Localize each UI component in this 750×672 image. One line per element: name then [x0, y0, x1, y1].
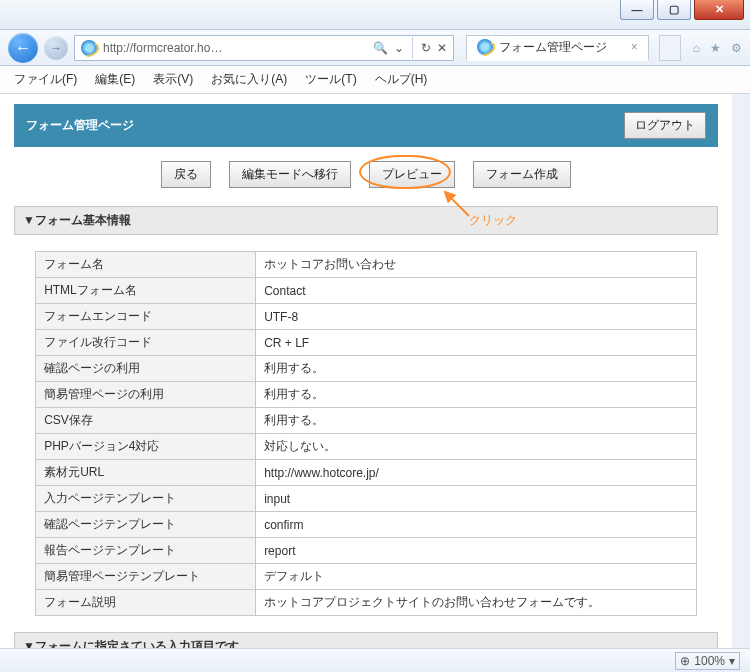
info-key: フォーム名 [36, 252, 256, 278]
ie-icon [477, 39, 493, 55]
info-key: 報告ページテンプレート [36, 538, 256, 564]
tab-close-icon[interactable]: × [631, 40, 638, 54]
menu-favorites[interactable]: お気に入り(A) [211, 71, 287, 88]
info-key: 簡易管理ページの利用 [36, 382, 256, 408]
menu-bar: ファイル(F) 編集(E) 表示(V) お気に入り(A) ツール(T) ヘルプ(… [0, 66, 750, 94]
info-value: Contact [256, 278, 697, 304]
info-key: 簡易管理ページテンプレート [36, 564, 256, 590]
zoom-caret-icon: ▾ [729, 654, 735, 668]
info-key: 確認ページの利用 [36, 356, 256, 382]
browser-tab[interactable]: フォーム管理ページ × [466, 35, 649, 61]
info-key: 確認ページテンプレート [36, 512, 256, 538]
page-title: フォーム管理ページ [26, 117, 134, 134]
info-value: 利用する。 [256, 408, 697, 434]
url-text: http://formcreator.ho… [103, 41, 222, 55]
info-value: デフォルト [256, 564, 697, 590]
page-content: フォーム管理ページ ログアウト 戻る 編集モードへ移行 プレビュー フォーム作成… [0, 94, 750, 648]
menu-edit[interactable]: 編集(E) [95, 71, 135, 88]
menu-file[interactable]: ファイル(F) [14, 71, 77, 88]
info-value: 利用する。 [256, 382, 697, 408]
info-value: 対応しない。 [256, 434, 697, 460]
magnifier-icon[interactable]: 🔍 [373, 41, 388, 55]
dropdown-caret-icon[interactable]: ⌄ [394, 41, 404, 55]
zoom-value: 100% [694, 654, 725, 668]
basic-info-table: フォーム名ホットコアお問い合わせHTMLフォーム名Contactフォームエンコー… [35, 251, 697, 616]
back-arrow-icon[interactable]: ← [8, 33, 38, 63]
menu-help[interactable]: ヘルプ(H) [375, 71, 428, 88]
info-value: ホットコアプロジェクトサイトのお問い合わせフォームです。 [256, 590, 697, 616]
refresh-icon[interactable]: ↻ [421, 41, 431, 55]
url-right-controls: ↻ ✕ [421, 41, 447, 55]
info-value: 利用する。 [256, 356, 697, 382]
gear-icon[interactable]: ⚙ [731, 41, 742, 55]
page-header: フォーム管理ページ ログアウト [14, 104, 718, 147]
browser-nav-row: ← → http://formcreator.ho… 🔍 ⌄ ↻ ✕ フォーム管… [0, 30, 750, 66]
address-bar[interactable]: http://formcreator.ho… 🔍 ⌄ ↻ ✕ [74, 35, 454, 61]
favorites-icon[interactable]: ★ [710, 41, 721, 55]
info-value: UTF-8 [256, 304, 697, 330]
info-key: フォームエンコード [36, 304, 256, 330]
close-button[interactable]: ✕ [694, 0, 744, 20]
window-titlebar: — ▢ ✕ [0, 0, 750, 30]
back-button[interactable]: 戻る [161, 161, 211, 188]
edit-mode-button[interactable]: 編集モードへ移行 [229, 161, 351, 188]
info-key: CSV保存 [36, 408, 256, 434]
info-value: confirm [256, 512, 697, 538]
ie-icon [81, 40, 97, 56]
action-button-row: 戻る 編集モードへ移行 プレビュー フォーム作成 クリック [14, 147, 718, 198]
section-input-items: ▼フォームに指定さている入力項目です。 [14, 632, 718, 648]
preview-button[interactable]: プレビュー [369, 161, 455, 188]
tab-title: フォーム管理ページ [499, 39, 607, 56]
info-value: CR + LF [256, 330, 697, 356]
menu-tools[interactable]: ツール(T) [305, 71, 356, 88]
new-tab-button[interactable] [659, 35, 681, 61]
menu-view[interactable]: 表示(V) [153, 71, 193, 88]
info-key: 素材元URL [36, 460, 256, 486]
zoom-expand-icon: ⊕ [680, 654, 690, 668]
maximize-button[interactable]: ▢ [657, 0, 691, 20]
logout-button[interactable]: ログアウト [624, 112, 706, 139]
forward-arrow-icon[interactable]: → [44, 36, 68, 60]
info-key: フォーム説明 [36, 590, 256, 616]
minimize-button[interactable]: — [620, 0, 654, 20]
info-key: ファイル改行コード [36, 330, 256, 356]
info-value: ホットコアお問い合わせ [256, 252, 697, 278]
url-side-controls: 🔍 ⌄ [373, 41, 404, 55]
browser-right-icons: ⌂ ★ ⚙ [693, 41, 742, 55]
browser-status-bar: ⊕ 100% ▾ [0, 648, 750, 672]
info-value: report [256, 538, 697, 564]
info-key: 入力ページテンプレート [36, 486, 256, 512]
info-value: input [256, 486, 697, 512]
section-basic-info: ▼フォーム基本情報 [14, 206, 718, 235]
create-form-button[interactable]: フォーム作成 [473, 161, 571, 188]
zoom-control[interactable]: ⊕ 100% ▾ [675, 652, 740, 670]
info-key: HTMLフォーム名 [36, 278, 256, 304]
info-key: PHPバージョン4対応 [36, 434, 256, 460]
info-value: http://www.hotcore.jp/ [256, 460, 697, 486]
stop-icon[interactable]: ✕ [437, 41, 447, 55]
home-icon[interactable]: ⌂ [693, 41, 700, 55]
